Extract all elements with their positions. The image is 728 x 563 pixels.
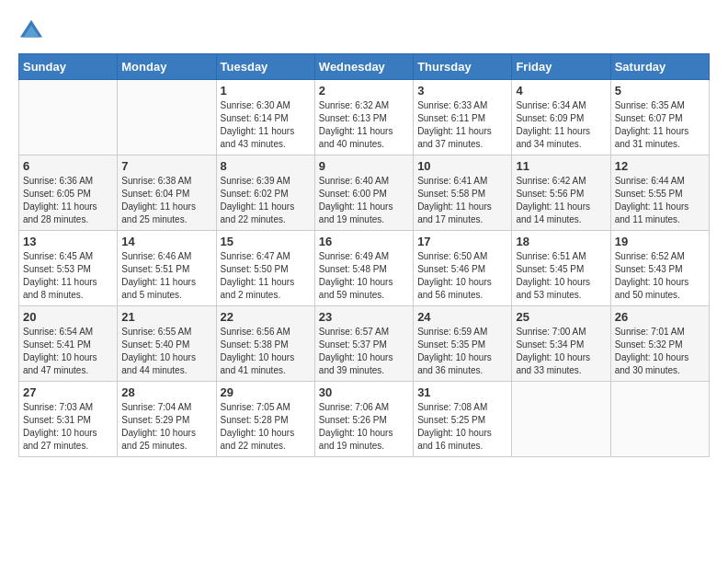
day-number: 4 xyxy=(516,84,606,98)
day-info: Sunrise: 6:30 AM Sunset: 6:14 PM Dayligh… xyxy=(221,99,311,151)
day-number: 29 xyxy=(221,385,311,399)
day-number: 20 xyxy=(23,310,113,324)
calendar-cell: 11Sunrise: 6:42 AM Sunset: 5:56 PM Dayli… xyxy=(512,155,610,231)
day-info: Sunrise: 6:59 AM Sunset: 5:35 PM Dayligh… xyxy=(417,326,507,377)
day-number: 17 xyxy=(417,235,507,248)
day-number: 12 xyxy=(615,159,705,173)
day-number: 18 xyxy=(516,235,606,248)
day-number: 31 xyxy=(417,385,507,399)
weekday-header-wednesday: Wednesday xyxy=(314,54,413,80)
calendar-cell: 1Sunrise: 6:30 AM Sunset: 6:14 PM Daylig… xyxy=(216,80,314,155)
calendar-cell: 7Sunrise: 6:38 AM Sunset: 6:04 PM Daylig… xyxy=(118,155,216,231)
calendar-cell: 19Sunrise: 6:52 AM Sunset: 5:43 PM Dayli… xyxy=(610,231,709,306)
day-number: 13 xyxy=(23,235,113,248)
calendar-cell: 3Sunrise: 6:33 AM Sunset: 6:11 PM Daylig… xyxy=(414,80,512,155)
day-info: Sunrise: 6:40 AM Sunset: 6:00 PM Dayligh… xyxy=(319,175,409,226)
page-header xyxy=(18,18,710,44)
day-info: Sunrise: 6:46 AM Sunset: 5:51 PM Dayligh… xyxy=(121,250,211,302)
calendar-cell: 2Sunrise: 6:32 AM Sunset: 6:13 PM Daylig… xyxy=(314,80,413,155)
calendar-cell: 21Sunrise: 6:55 AM Sunset: 5:40 PM Dayli… xyxy=(118,306,216,382)
calendar-cell: 24Sunrise: 6:59 AM Sunset: 5:35 PM Dayli… xyxy=(414,306,512,382)
day-info: Sunrise: 6:56 AM Sunset: 5:38 PM Dayligh… xyxy=(221,326,311,377)
day-info: Sunrise: 7:01 AM Sunset: 5:32 PM Dayligh… xyxy=(615,326,705,377)
day-info: Sunrise: 6:36 AM Sunset: 6:05 PM Dayligh… xyxy=(23,175,113,226)
calendar-cell: 14Sunrise: 6:46 AM Sunset: 5:51 PM Dayli… xyxy=(118,231,216,306)
day-info: Sunrise: 6:57 AM Sunset: 5:37 PM Dayligh… xyxy=(319,326,409,377)
day-info: Sunrise: 7:08 AM Sunset: 5:25 PM Dayligh… xyxy=(417,401,507,453)
day-info: Sunrise: 7:05 AM Sunset: 5:28 PM Dayligh… xyxy=(221,401,311,453)
calendar-cell: 6Sunrise: 6:36 AM Sunset: 6:05 PM Daylig… xyxy=(19,155,118,231)
day-number: 7 xyxy=(121,159,211,173)
weekday-header-tuesday: Tuesday xyxy=(216,54,314,80)
calendar-cell: 26Sunrise: 7:01 AM Sunset: 5:32 PM Dayli… xyxy=(610,306,709,382)
day-number: 11 xyxy=(516,159,606,173)
day-number: 14 xyxy=(121,235,211,248)
calendar-cell: 13Sunrise: 6:45 AM Sunset: 5:53 PM Dayli… xyxy=(19,231,118,306)
calendar-cell: 17Sunrise: 6:50 AM Sunset: 5:46 PM Dayli… xyxy=(414,231,512,306)
day-number: 1 xyxy=(221,84,311,98)
day-number: 15 xyxy=(221,235,311,248)
calendar-cell xyxy=(512,382,610,457)
calendar-cell: 27Sunrise: 7:03 AM Sunset: 5:31 PM Dayli… xyxy=(19,382,118,457)
day-info: Sunrise: 6:32 AM Sunset: 6:13 PM Dayligh… xyxy=(319,99,409,151)
day-number: 25 xyxy=(516,310,606,324)
day-info: Sunrise: 6:51 AM Sunset: 5:45 PM Dayligh… xyxy=(516,250,606,302)
calendar-cell: 23Sunrise: 6:57 AM Sunset: 5:37 PM Dayli… xyxy=(314,306,413,382)
calendar-cell: 18Sunrise: 6:51 AM Sunset: 5:45 PM Dayli… xyxy=(512,231,610,306)
day-info: Sunrise: 6:49 AM Sunset: 5:48 PM Dayligh… xyxy=(319,250,409,302)
day-info: Sunrise: 7:06 AM Sunset: 5:26 PM Dayligh… xyxy=(319,401,409,453)
day-number: 5 xyxy=(615,84,705,98)
calendar-cell: 5Sunrise: 6:35 AM Sunset: 6:07 PM Daylig… xyxy=(610,80,709,155)
day-info: Sunrise: 7:00 AM Sunset: 5:34 PM Dayligh… xyxy=(516,326,606,377)
calendar-cell: 30Sunrise: 7:06 AM Sunset: 5:26 PM Dayli… xyxy=(314,382,413,457)
calendar-cell: 15Sunrise: 6:47 AM Sunset: 5:50 PM Dayli… xyxy=(216,231,314,306)
calendar-cell: 25Sunrise: 7:00 AM Sunset: 5:34 PM Dayli… xyxy=(512,306,610,382)
weekday-header-friday: Friday xyxy=(512,54,610,80)
day-number: 26 xyxy=(615,310,705,324)
day-info: Sunrise: 6:45 AM Sunset: 5:53 PM Dayligh… xyxy=(23,250,113,302)
weekday-header-row: SundayMondayTuesdayWednesdayThursdayFrid… xyxy=(19,54,710,80)
day-number: 21 xyxy=(121,310,211,324)
day-info: Sunrise: 6:52 AM Sunset: 5:43 PM Dayligh… xyxy=(615,250,705,302)
calendar-cell: 8Sunrise: 6:39 AM Sunset: 6:02 PM Daylig… xyxy=(216,155,314,231)
day-info: Sunrise: 6:47 AM Sunset: 5:50 PM Dayligh… xyxy=(221,250,311,302)
day-info: Sunrise: 6:55 AM Sunset: 5:40 PM Dayligh… xyxy=(121,326,211,377)
day-info: Sunrise: 6:38 AM Sunset: 6:04 PM Dayligh… xyxy=(121,175,211,226)
calendar-week-3: 13Sunrise: 6:45 AM Sunset: 5:53 PM Dayli… xyxy=(19,231,710,306)
day-number: 28 xyxy=(121,385,211,399)
calendar-table: SundayMondayTuesdayWednesdayThursdayFrid… xyxy=(18,53,710,457)
day-number: 6 xyxy=(23,159,113,173)
day-info: Sunrise: 6:35 AM Sunset: 6:07 PM Dayligh… xyxy=(615,99,705,151)
calendar-cell: 4Sunrise: 6:34 AM Sunset: 6:09 PM Daylig… xyxy=(512,80,610,155)
calendar-cell xyxy=(610,382,709,457)
day-info: Sunrise: 7:04 AM Sunset: 5:29 PM Dayligh… xyxy=(121,401,211,453)
day-info: Sunrise: 6:34 AM Sunset: 6:09 PM Dayligh… xyxy=(516,99,606,151)
logo xyxy=(18,18,46,44)
day-number: 2 xyxy=(319,84,409,98)
calendar-cell: 20Sunrise: 6:54 AM Sunset: 5:41 PM Dayli… xyxy=(19,306,118,382)
weekday-header-saturday: Saturday xyxy=(610,54,709,80)
day-number: 10 xyxy=(417,159,507,173)
calendar-cell: 29Sunrise: 7:05 AM Sunset: 5:28 PM Dayli… xyxy=(216,382,314,457)
day-number: 8 xyxy=(221,159,311,173)
day-info: Sunrise: 6:54 AM Sunset: 5:41 PM Dayligh… xyxy=(23,326,113,377)
day-number: 3 xyxy=(417,84,507,98)
weekday-header-thursday: Thursday xyxy=(414,54,512,80)
day-number: 22 xyxy=(221,310,311,324)
calendar-cell: 12Sunrise: 6:44 AM Sunset: 5:55 PM Dayli… xyxy=(610,155,709,231)
calendar-cell: 31Sunrise: 7:08 AM Sunset: 5:25 PM Dayli… xyxy=(414,382,512,457)
day-info: Sunrise: 7:03 AM Sunset: 5:31 PM Dayligh… xyxy=(23,401,113,453)
day-info: Sunrise: 6:41 AM Sunset: 5:58 PM Dayligh… xyxy=(417,175,507,226)
day-number: 23 xyxy=(319,310,409,324)
day-number: 27 xyxy=(23,385,113,399)
calendar-cell: 10Sunrise: 6:41 AM Sunset: 5:58 PM Dayli… xyxy=(414,155,512,231)
day-number: 30 xyxy=(319,385,409,399)
calendar-cell: 16Sunrise: 6:49 AM Sunset: 5:48 PM Dayli… xyxy=(314,231,413,306)
calendar-week-2: 6Sunrise: 6:36 AM Sunset: 6:05 PM Daylig… xyxy=(19,155,710,231)
day-info: Sunrise: 6:50 AM Sunset: 5:46 PM Dayligh… xyxy=(417,250,507,302)
calendar-cell xyxy=(19,80,118,155)
calendar-cell xyxy=(118,80,216,155)
day-number: 16 xyxy=(319,235,409,248)
day-info: Sunrise: 6:39 AM Sunset: 6:02 PM Dayligh… xyxy=(221,175,311,226)
day-number: 24 xyxy=(417,310,507,324)
